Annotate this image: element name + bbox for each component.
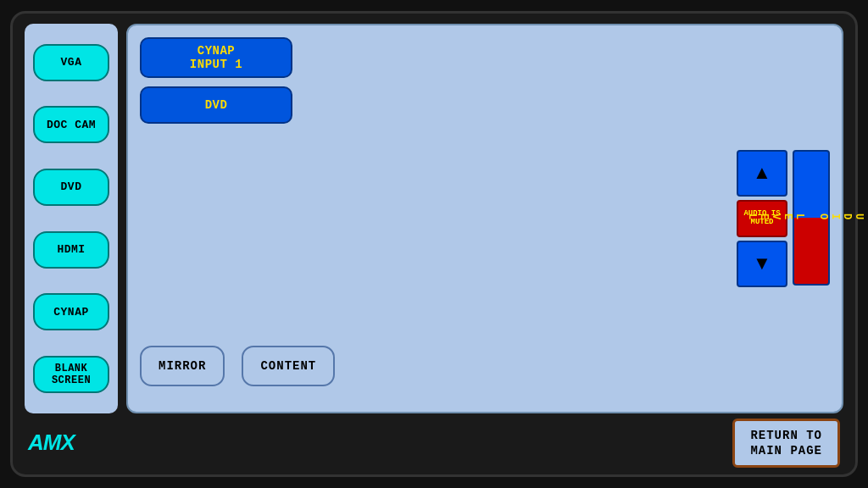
- device-frame: VGA DOC CAM DVD HDMI CYNAP BLANKSCREEN C…: [10, 11, 858, 477]
- return-to-main-button[interactable]: RETURN TOMAIN PAGE: [732, 419, 840, 468]
- audio-level-text: AUDIO LEVEL: [746, 214, 868, 221]
- cynap-input1-button[interactable]: CYNAPINPUT 1: [140, 37, 292, 78]
- bottom-bar: AMX RETURN TOMAIN PAGE: [25, 419, 843, 468]
- sidebar-btn-hdmi[interactable]: HDMI: [33, 231, 109, 269]
- sidebar-btn-cynap[interactable]: CYNAP: [33, 293, 109, 330]
- main-panel: CYNAPINPUT 1 DVD ▲ AUDIO ISMUTED ▼: [126, 24, 843, 413]
- volume-down-button[interactable]: ▼: [737, 241, 787, 287]
- brand-text: AMX: [28, 430, 75, 455]
- main-area: VGA DOC CAM DVD HDMI CYNAP BLANKSCREEN C…: [25, 24, 843, 413]
- dvd-source-button[interactable]: DVD: [140, 86, 292, 124]
- amx-logo: AMX: [28, 430, 75, 456]
- sidebar-btn-vga[interactable]: VGA: [33, 44, 109, 81]
- audio-level-button[interactable]: AUDIO LEVEL: [793, 150, 830, 286]
- arrow-up-icon: ▲: [753, 162, 771, 184]
- sidebar: VGA DOC CAM DVD HDMI CYNAP BLANKSCREEN: [25, 24, 118, 413]
- action-buttons: MIRROR CONTENT: [140, 346, 335, 386]
- sidebar-btn-doc-cam[interactable]: DOC CAM: [33, 106, 109, 143]
- mirror-button[interactable]: MIRROR: [140, 346, 225, 386]
- arrow-down-icon: ▼: [753, 252, 771, 274]
- audio-controls: ▲ AUDIO ISMUTED ▼ AUDIO LEVEL: [737, 150, 830, 287]
- sidebar-btn-blank-screen[interactable]: BLANKSCREEN: [33, 356, 109, 393]
- source-buttons: CYNAPINPUT 1 DVD: [140, 37, 309, 124]
- sidebar-btn-dvd[interactable]: DVD: [33, 169, 109, 206]
- content-button[interactable]: CONTENT: [242, 346, 335, 386]
- volume-up-button[interactable]: ▲: [737, 150, 787, 197]
